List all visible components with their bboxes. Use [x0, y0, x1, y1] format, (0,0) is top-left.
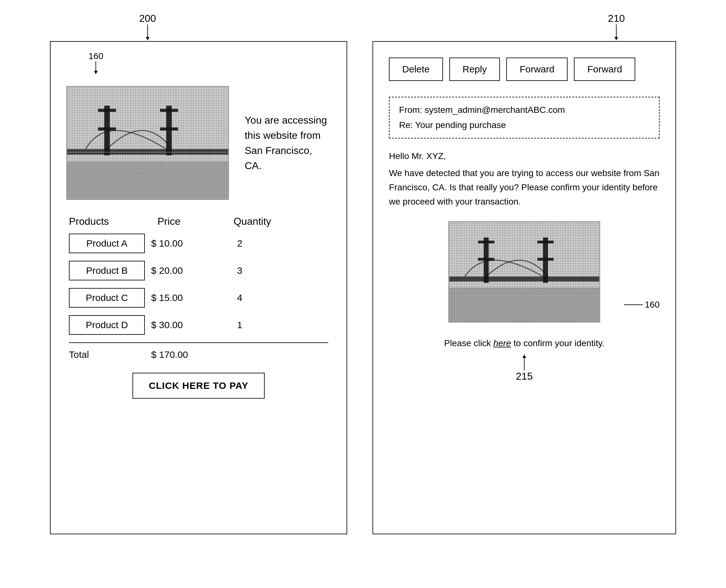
page-wrapper: 200 210 160 — [0, 0, 726, 588]
pay-button[interactable]: CLICK HERE TO PAY — [132, 373, 265, 399]
svg-rect-7 — [160, 127, 178, 130]
crosshatch-right — [449, 222, 600, 322]
product-a-button[interactable]: Product A — [69, 234, 145, 253]
email-content: We have detected that you are trying to … — [389, 166, 660, 209]
location-text: You are accessing this website from San … — [245, 112, 331, 173]
svg-rect-0 — [67, 162, 228, 199]
label-215: 215 — [516, 371, 533, 382]
product-d-button[interactable]: Product D — [69, 315, 145, 335]
svg-rect-9 — [449, 288, 599, 322]
header-price: Price — [158, 216, 221, 227]
products-table: Products Price Quantity Product A $ 10.0… — [69, 216, 328, 373]
table-row: Product A $ 10.00 2 — [69, 234, 328, 253]
email-from: From: system_admin@merchantABC.com — [399, 105, 649, 115]
product-c-button[interactable]: Product C — [69, 288, 145, 308]
total-row: Total $ 170.00 — [69, 349, 328, 360]
confirm-post: to confirm your identity. — [511, 338, 604, 348]
table-header: Products Price Quantity — [69, 216, 328, 227]
svg-rect-3 — [98, 109, 116, 112]
svg-rect-6 — [160, 109, 178, 112]
forward-button-1[interactable]: Forward — [506, 58, 567, 81]
email-image-wrapper: 160 — [389, 221, 660, 322]
delete-button[interactable]: Delete — [389, 58, 443, 81]
table-divider — [69, 342, 328, 343]
confirm-pre: Please click — [444, 338, 494, 348]
arrow-210 — [616, 24, 617, 40]
svg-rect-4 — [98, 127, 116, 130]
confirm-here-link[interactable]: here — [493, 338, 511, 348]
total-amount: $ 170.00 — [145, 349, 188, 360]
annotation-160-right: 160 — [624, 300, 660, 310]
table-row: Product C $ 15.00 4 — [69, 288, 328, 308]
confirm-text-row: Please click here to confirm your identi… — [389, 338, 660, 349]
svg-rect-10 — [449, 277, 599, 282]
qty-c: 4 — [208, 292, 271, 303]
annotation-215-container: 215 — [389, 355, 660, 382]
svg-rect-16 — [537, 258, 553, 261]
bridge-svg-right — [449, 222, 600, 322]
product-b-button[interactable]: Product B — [69, 261, 145, 280]
label-200: 200 — [139, 13, 156, 24]
table-row: Product B $ 20.00 3 — [69, 261, 328, 280]
email-header-box: From: system_admin@merchantABC.com Re: Y… — [389, 97, 660, 139]
svg-rect-15 — [537, 241, 553, 244]
bridge-svg-left — [67, 87, 228, 199]
price-d: $ 30.00 — [145, 320, 208, 330]
table-row: Product D $ 30.00 1 — [69, 315, 328, 335]
arrowhead-215 — [522, 355, 526, 358]
svg-rect-12 — [478, 241, 494, 244]
email-greeting: Hello Mr. XYZ, — [389, 151, 660, 161]
crosshatch-left — [67, 87, 228, 199]
qty-d: 1 — [208, 320, 271, 330]
left-panel: 160 — [50, 41, 347, 534]
bridge-image-left — [66, 86, 229, 200]
email-subject: Re: Your pending purchase — [399, 120, 649, 130]
price-a: $ 10.00 — [145, 238, 208, 249]
forward-button-2[interactable]: Forward — [574, 58, 635, 81]
qty-b: 3 — [208, 265, 271, 276]
label-160-left: 160 — [88, 51, 103, 61]
right-panel: Delete Reply Forward Forward From: syste… — [373, 41, 676, 534]
header-products: Products — [69, 216, 158, 227]
arrow-line-160-right — [624, 304, 643, 305]
annotation-200: 200 — [139, 13, 156, 40]
label-210: 210 — [608, 13, 625, 24]
arrow-200 — [147, 24, 148, 40]
label-160-right: 160 — [645, 300, 660, 310]
annotation-160-left: 160 — [88, 51, 103, 74]
arrow-160-left — [96, 61, 96, 74]
panels-row: 160 — [50, 41, 676, 534]
bridge-image-right — [449, 221, 600, 322]
qty-a: 2 — [208, 238, 271, 249]
price-b: $ 20.00 — [145, 265, 208, 276]
header-quantity: Quantity — [221, 216, 284, 227]
annotation-210: 210 — [608, 13, 625, 40]
total-label: Total — [69, 349, 145, 360]
price-c: $ 15.00 — [145, 292, 208, 303]
image-location-row: You are accessing this website from San … — [66, 86, 331, 200]
email-toolbar: Delete Reply Forward Forward — [389, 58, 660, 81]
reply-button[interactable]: Reply — [449, 58, 500, 81]
arrow-215 — [524, 355, 524, 371]
